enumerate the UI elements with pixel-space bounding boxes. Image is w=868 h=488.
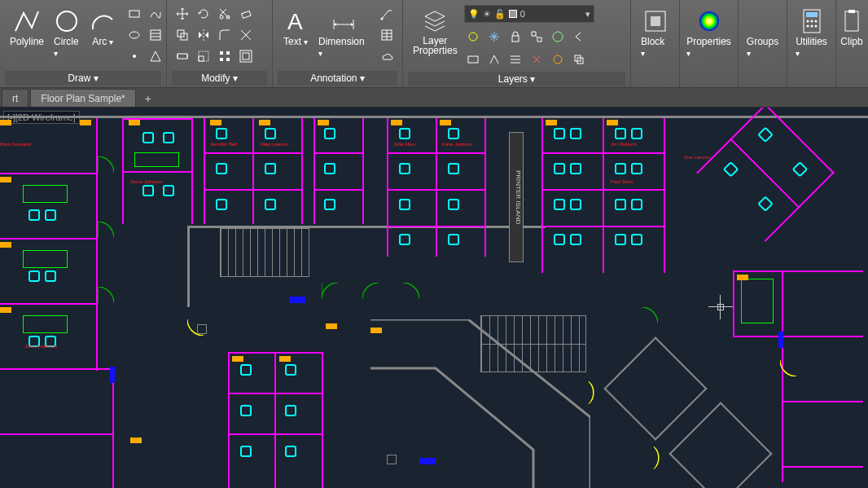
tab-2-active[interactable]: Floor Plan Sample* — [30, 89, 135, 107]
lock-icon: 🔓 — [494, 9, 506, 20]
svg-point-32 — [553, 32, 563, 42]
svg-rect-9 — [242, 11, 251, 18]
hatch-tool[interactable] — [147, 26, 164, 44]
ribbon: Polyline Circle Arc — [0, 0, 868, 88]
rotate-tool[interactable] — [195, 5, 213, 23]
layer-match-tool[interactable] — [528, 28, 546, 46]
properties-button[interactable]: Properties — [683, 5, 734, 62]
circle-button[interactable]: Circle — [50, 5, 83, 62]
panel-utilities: Utilities — [787, 0, 836, 87]
layer-copy-tool[interactable] — [570, 51, 588, 68]
lightbulb-icon: 💡 — [468, 9, 480, 20]
arc-button[interactable]: Arc — [86, 5, 119, 51]
layer-delete-tool[interactable] — [528, 51, 546, 68]
svg-rect-17 — [220, 58, 223, 61]
layer-combo[interactable]: 💡 ☀ 🔓 0 ▾ — [464, 5, 594, 23]
spline-tool[interactable] — [147, 5, 164, 23]
clipboard-button[interactable]: Clipb — [835, 5, 868, 51]
svg-rect-3 — [151, 30, 160, 40]
layer-off-tool[interactable] — [464, 28, 482, 46]
svg-rect-48 — [845, 11, 858, 31]
circle-icon — [54, 8, 80, 34]
offset-tool[interactable] — [237, 47, 255, 65]
svg-rect-19 — [243, 53, 249, 59]
calculator-icon — [799, 8, 825, 34]
layer-merge-tool[interactable] — [506, 51, 524, 68]
fillet-tool[interactable] — [216, 26, 234, 44]
text-icon: A — [283, 8, 309, 34]
panel-properties: Properties — [680, 0, 739, 87]
layer-freeze-tool[interactable] — [485, 28, 503, 46]
groups-button[interactable]: Groups — [743, 5, 782, 62]
panel-modify: Modify — [167, 0, 273, 87]
polyline-icon — [14, 8, 40, 34]
panel-annotation: A Text Dimension Annotation — [273, 0, 403, 87]
drawing-canvas[interactable]: [-][2D Wireframe] — [0, 108, 868, 488]
svg-rect-49 — [848, 10, 855, 13]
panel-modify-title[interactable]: Modify — [201, 73, 238, 84]
rectangle-tool[interactable] — [125, 5, 143, 23]
layer-state-tool[interactable] — [464, 51, 482, 68]
stretch-tool[interactable] — [173, 47, 191, 65]
svg-rect-20 — [240, 51, 252, 62]
svg-point-47 — [814, 25, 817, 28]
tab-2-label: Floor Plan Sample* — [41, 93, 125, 104]
layer-prop-label: Layer Properties — [413, 36, 458, 55]
layer-change-tool[interactable] — [549, 51, 567, 68]
properties-icon — [696, 8, 722, 34]
layers-icon — [422, 8, 448, 34]
floor-plan: PRINTER ISLAND — [0, 108, 868, 488]
point-tool[interactable] — [125, 47, 143, 65]
trim-tool[interactable] — [216, 5, 234, 23]
document-tabs: rt Floor Plan Sample* + — [0, 88, 868, 108]
panel-block: Block — [631, 0, 680, 87]
block-button[interactable]: Block — [638, 5, 673, 62]
arc-label: Arc — [92, 36, 113, 47]
panel-clipboard: Clipb — [836, 0, 867, 87]
region-tool[interactable] — [147, 47, 164, 65]
table-tool[interactable] — [378, 26, 396, 44]
layer-properties-button[interactable]: Layer Properties — [410, 5, 461, 59]
svg-rect-12 — [178, 54, 187, 59]
svg-point-46 — [810, 25, 813, 28]
printer-island: PRINTER ISLAND — [509, 132, 524, 262]
tab-add-button[interactable]: + — [139, 90, 157, 107]
svg-rect-16 — [226, 51, 230, 55]
text-label: Text — [283, 36, 308, 47]
svg-point-2 — [129, 32, 139, 38]
panel-annotation-title[interactable]: Annotation — [310, 73, 365, 84]
polyline-button[interactable]: Polyline — [7, 5, 47, 51]
panel-layers-title[interactable]: Layers — [498, 73, 535, 85]
panel-draw-title[interactable]: Draw — [68, 73, 98, 84]
panel-draw: Polyline Circle Arc — [0, 0, 167, 87]
circle-label: Circle — [54, 36, 80, 59]
explode-tool[interactable] — [237, 26, 255, 44]
svg-point-44 — [814, 20, 817, 23]
layer-walk-tool[interactable] — [485, 51, 503, 68]
array-tool[interactable] — [216, 47, 234, 65]
clipboard-label: Clipb — [840, 36, 862, 47]
clipboard-icon — [839, 8, 865, 34]
svg-text:A: A — [287, 9, 303, 34]
svg-rect-13 — [199, 56, 204, 61]
leader-tool[interactable] — [378, 5, 396, 23]
copy-tool[interactable] — [173, 26, 191, 44]
svg-rect-18 — [226, 58, 230, 61]
scale-tool[interactable] — [195, 47, 213, 65]
erase-tool[interactable] — [237, 5, 255, 23]
dimension-label: Dimension — [318, 36, 368, 59]
dimension-button[interactable]: Dimension — [315, 5, 371, 62]
cloud-tool[interactable] — [378, 47, 396, 65]
text-button[interactable]: A Text — [279, 5, 312, 51]
layer-previous-tool[interactable] — [570, 28, 588, 46]
layer-lock-tool[interactable] — [506, 28, 524, 46]
move-tool[interactable] — [173, 5, 191, 23]
utilities-button[interactable]: Utilities — [792, 5, 831, 62]
tab-1[interactable]: rt — [2, 89, 28, 107]
layer-isolate-tool[interactable] — [549, 28, 567, 46]
layer-color-swatch — [509, 10, 517, 18]
ellipse-tool[interactable] — [125, 26, 143, 44]
utilities-label: Utilities — [796, 36, 827, 59]
svg-point-42 — [806, 20, 809, 23]
mirror-tool[interactable] — [195, 26, 213, 44]
